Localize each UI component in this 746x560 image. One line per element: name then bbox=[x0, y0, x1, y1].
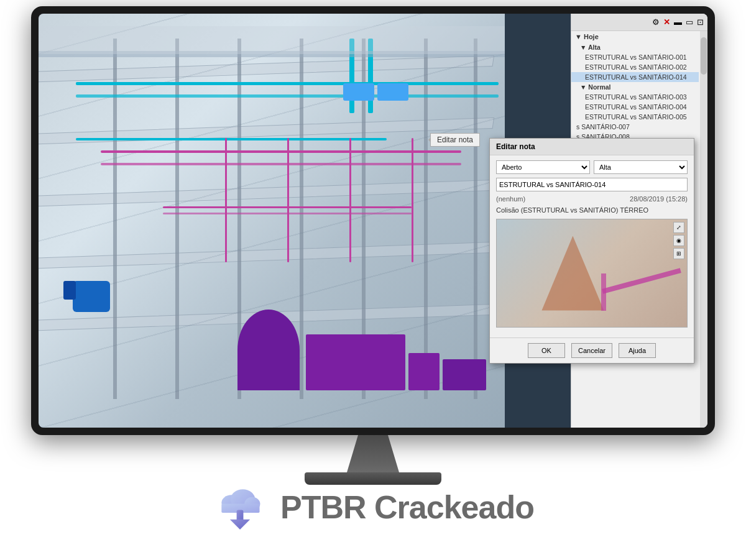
minimize-icon[interactable]: ▬ bbox=[674, 17, 682, 27]
status-priority-row: Aberto Alta bbox=[496, 160, 688, 174]
thumbnail-actions: ⤢ ◉ ⊞ bbox=[673, 222, 684, 259]
list-item[interactable]: ESTRUTURAL vs SANITÁRIO-005 bbox=[571, 112, 699, 122]
camera-icon[interactable]: ◉ bbox=[673, 235, 684, 246]
stand-neck bbox=[336, 435, 410, 472]
assigned-date-row: (nenhum) 28/08/2019 (15:28) bbox=[496, 195, 688, 203]
logo-area: PTBR Crackeado bbox=[212, 479, 534, 535]
bim-scene bbox=[39, 14, 505, 428]
edit-dialog: Editar nota Aberto Alta (nenhum) bbox=[489, 138, 694, 364]
toolbar: ⚙ ✕ ▬ ▭ ⊡ bbox=[571, 14, 707, 31]
dialog-title-text: Editar nota bbox=[496, 142, 535, 151]
floating-label: Editar nota bbox=[430, 133, 480, 147]
list-item[interactable]: ESTRUTURAL vs SANITÁRIO-001 bbox=[571, 52, 699, 62]
dialog-title: Editar nota bbox=[490, 139, 694, 155]
assigned-text: (nenhum) bbox=[496, 195, 525, 203]
close-icon[interactable]: ✕ bbox=[663, 17, 670, 27]
help-button[interactable]: Ajuda bbox=[619, 343, 656, 358]
clash-thumbnail: ⤢ ◉ ⊞ bbox=[496, 219, 688, 328]
list-subheader-normal: ▼ Normal bbox=[571, 82, 699, 92]
scrollbar-thumb[interactable] bbox=[701, 37, 707, 75]
dialog-buttons: OK Cancelar Ajuda bbox=[490, 337, 694, 363]
monitor-stand bbox=[305, 435, 441, 485]
settings-icon[interactable]: ⚙ bbox=[652, 17, 660, 27]
list-subheader-alta: ▼ Alta bbox=[571, 42, 699, 52]
view-icon[interactable]: ⊞ bbox=[673, 248, 684, 259]
ok-button[interactable]: OK bbox=[528, 343, 565, 358]
list-item[interactable]: ESTRUTURAL vs SANITÁRIO-004 bbox=[571, 102, 699, 112]
brand-text: PTBR Crackeado bbox=[280, 489, 534, 526]
cancel-button[interactable]: Cancelar bbox=[571, 343, 612, 358]
expand-icon[interactable]: ⤢ bbox=[673, 222, 684, 233]
name-input[interactable] bbox=[496, 178, 688, 191]
list-item[interactable]: s SANITÁRIO-007 bbox=[571, 122, 699, 132]
cloud-download-icon bbox=[212, 479, 268, 535]
list-header-hoje: ▼ Hoje bbox=[571, 31, 699, 42]
list-item[interactable]: ESTRUTURAL vs SANITÁRIO-002 bbox=[571, 62, 699, 72]
status-select[interactable]: Aberto bbox=[496, 160, 590, 174]
dialog-body: Aberto Alta (nenhum) 28/08/2019 (15:28) … bbox=[490, 155, 694, 337]
floating-label-text: Editar nota bbox=[437, 135, 473, 144]
date-text: 28/08/2019 (15:28) bbox=[630, 195, 688, 203]
screen: Editar nota ⚙ ✕ ▬ ▭ ⊡ ▼ Hoje ▼ Alta ESTR… bbox=[39, 14, 707, 428]
monitor: Editar nota ⚙ ✕ ▬ ▭ ⊡ ▼ Hoje ▼ Alta ESTR… bbox=[31, 6, 715, 435]
priority-select[interactable]: Alta bbox=[594, 160, 688, 174]
scrollbar-track[interactable] bbox=[700, 31, 707, 428]
list-item-selected[interactable]: ESTRUTURAL vs SANITÁRIO-014 bbox=[571, 72, 699, 82]
description-text: Colisão (ESTRUTURAL vs SANITÁRIO) TÉRREO bbox=[496, 206, 688, 214]
list-item[interactable]: ESTRUTURAL vs SANITÁRIO-003 bbox=[571, 92, 699, 102]
restore-icon[interactable]: ⊡ bbox=[697, 17, 704, 27]
maximize-icon[interactable]: ▭ bbox=[686, 17, 693, 27]
svg-marker-5 bbox=[230, 520, 250, 530]
